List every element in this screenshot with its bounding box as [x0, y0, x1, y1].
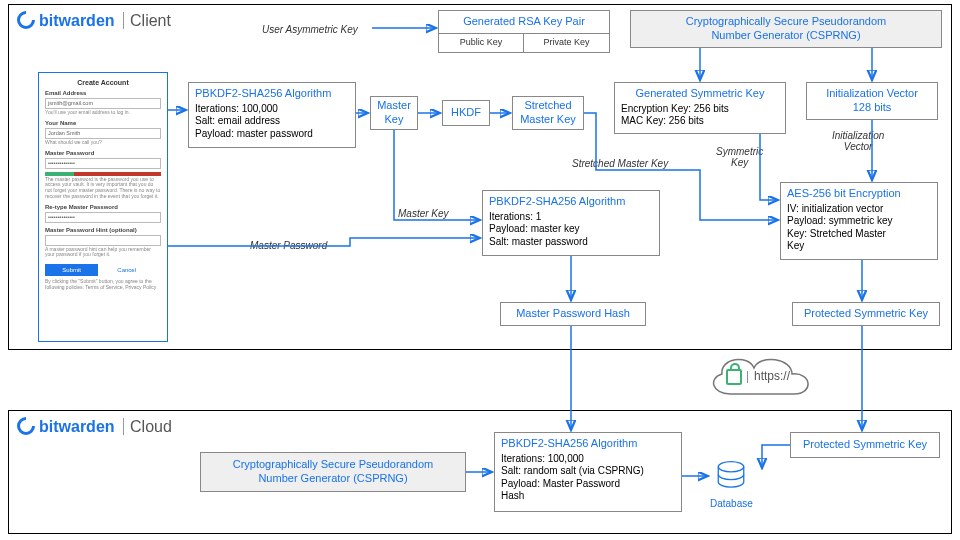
submit-button[interactable]: Submit	[45, 264, 98, 276]
retype-label: Re-type Master Password	[45, 204, 161, 210]
create-account-form[interactable]: Create Account Email Address jsmith@gmai…	[38, 72, 168, 342]
hint-field[interactable]	[45, 235, 161, 246]
protected-symmetric-key-client-box: Protected Symmetric Key	[792, 302, 940, 326]
initialization-vector-box: Initialization Vector 128 bits	[806, 82, 938, 120]
cloud-region-title: bitwarden Cloud	[17, 417, 172, 436]
cloud-pbkdf2-box: PBKDF2-SHA256 Algorithm Iterations: 100,…	[494, 432, 682, 512]
brand-shield-icon	[17, 417, 35, 435]
diagram-canvas: bitwarden Client bitwarden Cloud Create …	[0, 0, 960, 540]
master-password-help: The master password is the password you …	[45, 177, 161, 200]
create-account-heading: Create Account	[45, 79, 161, 86]
user-asymmetric-key-label: User Asymmetric Key	[262, 24, 358, 35]
master-password-edge-label: Master Password	[250, 240, 327, 251]
rsa-private-key-box: Private Key	[523, 33, 610, 53]
cancel-button[interactable]: Cancel	[100, 264, 153, 276]
stretched-master-key-box: Stretched Master Key	[512, 96, 584, 130]
brand-shield-icon	[17, 11, 35, 29]
generated-symmetric-key-box: Generated Symmetric Key Encryption Key: …	[614, 82, 786, 134]
name-label: Your Name	[45, 120, 161, 126]
client-region-title: bitwarden Client	[17, 11, 171, 30]
hkdf-box: HKDF	[442, 100, 490, 126]
tos-text: By clicking the "Submit" button, you agr…	[45, 279, 161, 291]
stretched-master-key-label: Stretched Master Key	[572, 158, 668, 169]
master-key-edge-label: Master Key	[398, 208, 449, 219]
client-csprng-box: Cryptographically Secure Pseudorandom Nu…	[630, 10, 942, 48]
symmetric-key-edge-label: Symmetric Key	[716, 146, 763, 168]
aes-box: AES-256 bit Encryption IV: initializatio…	[780, 182, 938, 260]
hint-help: A master password hint can help you reme…	[45, 247, 161, 259]
cloud-region: bitwarden Cloud	[8, 410, 952, 534]
master-password-hash-box: Master Password Hash	[500, 302, 646, 326]
email-help: You'll use your email address to log in.	[45, 110, 161, 116]
database-icon: Database	[710, 460, 752, 509]
rsa-key-pair-box: Generated RSA Key Pair	[438, 10, 610, 34]
pbkdf2-second-box: PBKDF2-SHA256 Algorithm Iterations: 1 Pa…	[482, 190, 660, 256]
svg-point-0	[718, 462, 744, 472]
name-field[interactable]: Jordan Smith	[45, 128, 161, 139]
master-password-field[interactable]: ••••••••••••••	[45, 158, 161, 169]
pbkdf2-first-box: PBKDF2-SHA256 Algorithm Iterations: 100,…	[188, 82, 356, 148]
hint-label: Master Password Hint (optional)	[45, 227, 161, 233]
https-cloud-icon: | https://	[700, 348, 820, 406]
password-strength-meter	[45, 172, 161, 176]
rsa-public-key-box: Public Key	[438, 33, 524, 53]
master-key-box: Master Key	[370, 96, 418, 130]
initialization-vector-edge-label: Initialization Vector	[832, 130, 884, 152]
retype-field[interactable]: ••••••••••••••	[45, 212, 161, 223]
lock-icon	[726, 369, 742, 385]
master-password-label: Master Password	[45, 150, 161, 156]
email-field[interactable]: jsmith@gmail.com	[45, 98, 161, 109]
cloud-csprng-box: Cryptographically Secure Pseudorandom Nu…	[200, 452, 466, 492]
email-label: Email Address	[45, 90, 161, 96]
name-help: What should we call you?	[45, 140, 161, 146]
protected-symmetric-key-cloud-box: Protected Symmetric Key	[790, 432, 940, 458]
